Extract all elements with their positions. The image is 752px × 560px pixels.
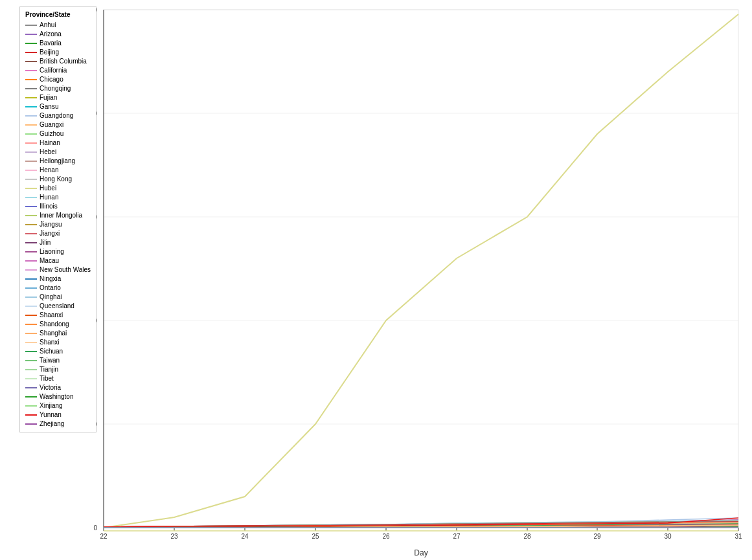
legend-item-label: Washington <box>40 392 73 401</box>
legend-item-label: Shaanxi <box>40 311 63 320</box>
legend-color-swatch <box>25 242 37 243</box>
legend-color-swatch <box>25 324 37 325</box>
legend-item-label: Taiwan <box>40 356 60 365</box>
legend-item-label: Jilin <box>40 238 51 247</box>
legend-item-label: New South Wales <box>40 265 91 274</box>
legend-item-label: British Columbia <box>40 57 87 66</box>
x-label-25: 25 <box>312 533 319 540</box>
legend-color-swatch <box>25 369 37 370</box>
legend-item: Guangxi <box>25 120 91 129</box>
legend-item-label: Guizhou <box>40 129 63 139</box>
legend-color-swatch <box>25 115 37 117</box>
legend-color-swatch <box>25 206 37 207</box>
legend-item: Illinois <box>25 202 91 211</box>
legend-item-label: California <box>40 66 67 75</box>
legend-item: Henan <box>25 166 91 175</box>
legend-item-label: Hong Kong <box>40 175 72 184</box>
legend-item-label: Heilongjiang <box>40 157 75 166</box>
legend-color-swatch <box>25 278 37 280</box>
legend-item-label: Hunan <box>40 193 58 202</box>
legend-item: Beijing <box>25 48 91 57</box>
legend-item: Taiwan <box>25 356 91 365</box>
legend-item: Hong Kong <box>25 175 91 184</box>
legend-color-swatch <box>25 297 37 298</box>
legend-item: Macau <box>25 256 91 265</box>
legend-item-label: Hubei <box>40 184 56 193</box>
legend-item: Victoria <box>25 383 91 392</box>
legend-box: Province/State AnhuiArizonaBavariaBeijin… <box>19 6 97 432</box>
legend-color-swatch <box>25 306 37 307</box>
legend-color-swatch <box>25 342 37 343</box>
legend-item: Liaoning <box>25 247 91 256</box>
legend-item: Tianjin <box>25 365 91 374</box>
legend-color-swatch <box>25 287 37 289</box>
legend-item: Jiangxi <box>25 229 91 238</box>
legend-item-label: Hainan <box>40 139 60 148</box>
x-label-27: 27 <box>453 533 461 540</box>
legend-item: Gansu <box>25 102 91 111</box>
legend-color-swatch <box>25 88 37 89</box>
legend-item-label: Shanxi <box>40 338 60 347</box>
x-axis-label: Day <box>414 548 427 557</box>
legend-color-swatch <box>25 333 37 334</box>
legend-item-label: Yunnan <box>40 410 62 420</box>
legend-item: Bavaria <box>25 39 91 48</box>
legend-color-swatch <box>25 260 37 262</box>
legend-item-label: Macau <box>40 256 59 265</box>
x-label-26: 26 <box>382 533 390 540</box>
legend-item-label: Zhejiang <box>40 420 64 429</box>
legend-item-label: Sichuan <box>40 347 63 356</box>
x-label-30: 30 <box>664 533 672 540</box>
legend-color-swatch <box>25 351 37 352</box>
legend-item: Zhejiang <box>25 420 91 429</box>
legend-item-label: Fujian <box>40 93 57 102</box>
legend-item: Washington <box>25 392 91 401</box>
legend-color-swatch <box>25 197 37 198</box>
legend-item: Shanghai <box>25 329 91 338</box>
legend-item: Jiangsu <box>25 220 91 229</box>
legend-color-swatch <box>25 360 37 361</box>
main-chart: 250 200 150 100 50 0 22 23 24 25 <box>0 0 752 560</box>
legend-color-swatch <box>25 25 37 26</box>
legend-color-swatch <box>25 251 37 252</box>
legend-color-swatch <box>25 70 37 71</box>
legend-color-swatch <box>25 52 37 53</box>
legend-color-swatch <box>25 269 37 271</box>
legend-item: Guangdong <box>25 111 91 120</box>
legend-item-label: Henan <box>40 166 58 175</box>
legend-color-swatch <box>25 151 37 153</box>
x-label-23: 23 <box>170 533 178 540</box>
x-label-22: 22 <box>100 533 108 540</box>
legend-color-swatch <box>25 97 37 98</box>
legend-item: Hainan <box>25 139 91 148</box>
legend-item: Chongqing <box>25 84 91 93</box>
legend-color-swatch <box>25 161 37 162</box>
legend-color-swatch <box>25 224 37 225</box>
legend-item-label: Jiangxi <box>40 229 60 238</box>
legend-item: Jilin <box>25 238 91 247</box>
chart-area <box>104 10 738 528</box>
legend-item-label: Hebei <box>40 148 56 157</box>
legend-item-label: Gansu <box>40 102 58 111</box>
legend-color-swatch <box>25 142 37 144</box>
legend-item: Sichuan <box>25 347 91 356</box>
legend-color-swatch <box>25 233 37 234</box>
y-tick-0: 0 <box>93 524 97 532</box>
legend-item-label: Illinois <box>40 202 58 211</box>
legend-item-label: Queensland <box>40 302 74 311</box>
legend-color-swatch <box>25 315 37 316</box>
legend-item: Chicago <box>25 75 91 84</box>
legend-item-label: Ningxia <box>40 274 61 284</box>
legend-item: Ontario <box>25 284 91 293</box>
legend-color-swatch <box>25 414 37 416</box>
legend-item-label: Chicago <box>40 75 63 84</box>
x-label-29: 29 <box>593 533 601 540</box>
legend-item-label: Liaoning <box>40 247 64 256</box>
legend-item: Hunan <box>25 193 91 202</box>
legend-item-label: Tibet <box>40 374 54 383</box>
legend-item-label: Anhui <box>40 21 56 30</box>
legend-item: Qinghai <box>25 293 91 302</box>
x-label-24: 24 <box>241 533 249 540</box>
legend-title: Province/State <box>25 10 91 19</box>
legend-color-swatch <box>25 179 37 180</box>
